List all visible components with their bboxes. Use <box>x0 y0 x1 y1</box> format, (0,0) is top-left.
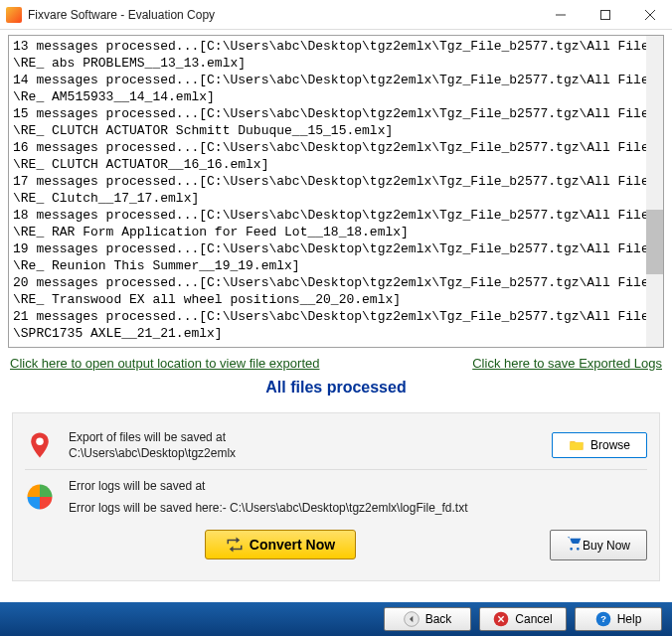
minimize-button[interactable] <box>538 0 583 30</box>
cancel-button[interactable]: Cancel <box>479 607 567 631</box>
log-line: 13 messages processed...[C:\Users\abc\De… <box>13 38 659 72</box>
log-line: 19 messages processed...[C:\Users\abc\De… <box>13 240 659 274</box>
settings-panel: Export of files will be saved at C:\User… <box>12 412 660 581</box>
back-button[interactable]: Back <box>384 607 471 631</box>
open-output-link[interactable]: Click here to open output location to vi… <box>10 356 319 371</box>
log-line: 14 messages processed...[C:\Users\abc\De… <box>13 72 659 105</box>
export-path: C:\Users\abc\Desktop\tgz2emlx <box>69 445 552 461</box>
cancel-label: Cancel <box>515 612 552 626</box>
maximize-button[interactable] <box>583 0 627 30</box>
app-icon <box>6 7 22 23</box>
save-logs-link[interactable]: Click here to save Exported Logs <box>472 356 662 371</box>
log-line: 21 messages processed...[C:\Users\abc\De… <box>13 308 659 342</box>
footer-bar: Back Cancel ? Help <box>0 602 672 636</box>
export-label: Export of files will be saved at <box>69 429 552 445</box>
back-label: Back <box>425 612 452 626</box>
status-text: All files processed <box>8 375 664 406</box>
log-line: 17 messages processed...[C:\Users\abc\De… <box>13 173 659 207</box>
errorlog-label: Error logs will be saved at <box>69 478 647 494</box>
back-arrow-icon <box>404 611 420 627</box>
errorlog-detail: Error logs will be saved here:- C:\Users… <box>69 500 647 516</box>
buy-label: Buy Now <box>583 539 630 553</box>
browse-label: Browse <box>590 438 630 452</box>
help-icon: ? <box>595 611 611 627</box>
svg-point-4 <box>36 438 44 446</box>
cart-icon <box>567 536 583 555</box>
help-button[interactable]: ? Help <box>575 607 662 631</box>
browse-button[interactable]: Browse <box>552 432 647 458</box>
convert-label: Convert Now <box>250 537 335 553</box>
log-line: 18 messages processed...[C:\Users\abc\De… <box>13 207 659 240</box>
convert-icon <box>226 536 244 554</box>
pie-chart-icon <box>25 482 55 512</box>
log-output: 13 messages processed...[C:\Users\abc\De… <box>8 35 664 348</box>
location-pin-icon <box>25 430 55 460</box>
log-line: 15 messages processed...[C:\Users\abc\De… <box>13 105 659 139</box>
svg-text:?: ? <box>600 614 606 624</box>
titlebar: Fixvare Software - Evaluation Copy <box>0 0 672 30</box>
cancel-icon <box>493 611 509 627</box>
log-scrollbar-track[interactable] <box>646 36 663 347</box>
log-line: 16 messages processed...[C:\Users\abc\De… <box>13 139 659 173</box>
convert-now-button[interactable]: Convert Now <box>205 530 356 559</box>
help-label: Help <box>617 612 642 626</box>
close-button[interactable] <box>627 0 672 30</box>
window-title: Fixvare Software - Evaluation Copy <box>28 8 538 22</box>
folder-icon <box>569 437 585 453</box>
svg-rect-1 <box>600 10 609 19</box>
log-scrollbar-thumb[interactable] <box>646 210 663 274</box>
buy-now-button[interactable]: Buy Now <box>550 530 647 560</box>
log-line: 20 messages processed...[C:\Users\abc\De… <box>13 274 659 308</box>
